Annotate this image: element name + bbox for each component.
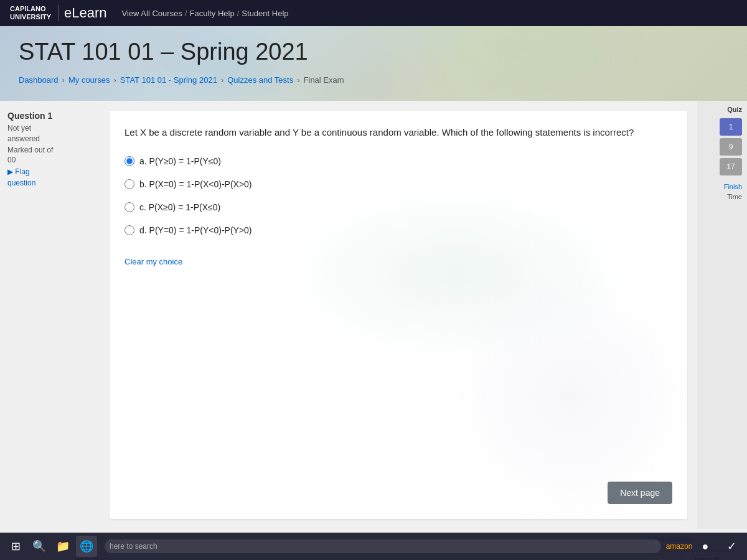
breadcrumb-final-exam: Final Exam [304, 75, 344, 85]
nav-sep-2: / [237, 9, 240, 18]
clear-choice-link[interactable]: Clear my choice [125, 257, 182, 266]
main-container: Question 1 Not yet answered Marked out o… [0, 101, 747, 529]
question-label: Question 1 [7, 111, 92, 121]
radio-option-d[interactable] [125, 225, 134, 235]
answer-label-a: a. P(Y≥0) = 1-P(Y≤0) [139, 155, 221, 168]
question-sidebar: Question 1 Not yet answered Marked out o… [0, 101, 100, 529]
quiz-nav-btn-1[interactable]: 1 [720, 118, 742, 136]
taskbar-file-explorer[interactable]: 📁 [52, 536, 73, 557]
question-status: Not yet answered [7, 123, 92, 144]
quiz-nav-title: Quiz [702, 106, 742, 113]
answer-option-d[interactable]: d. P(Y=0) = 1-P(Y<0)-P(Y>0) [125, 224, 672, 237]
course-header: STAT 101 01 – Spring 2021 Dashboard › My… [0, 26, 747, 101]
taskbar-edge-icon[interactable]: 🌐 [76, 536, 97, 557]
taskbar-amazon-icon[interactable]: amazon [669, 536, 690, 557]
start-button[interactable]: ⊞ [5, 536, 26, 557]
answer-option-c[interactable]: c. P(X≥0) = 1-P(X≤0) [125, 201, 672, 214]
faculty-help-link[interactable]: Faculty Help [189, 9, 234, 18]
question-marked: Marked out of [7, 146, 92, 154]
breadcrumb-sep-3: › [221, 75, 223, 85]
quiz-nav-btn-9[interactable]: 9 [720, 138, 742, 156]
top-nav: CAPILANO UNIVERSITY eLearn View All Cour… [0, 0, 747, 26]
quiz-nav-btn-17[interactable]: 17 [720, 158, 742, 175]
taskbar: ⊞ 🔍 📁 🌐 here to search amazon ● ✓ [0, 533, 747, 560]
nav-sep-1: / [185, 9, 187, 18]
answer-option-a[interactable]: a. P(Y≥0) = 1-P(Y≤0) [125, 155, 672, 168]
breadcrumb-my-courses[interactable]: My courses [68, 75, 110, 85]
university-logo: CAPILANO UNIVERSITY [10, 5, 51, 21]
next-page-button[interactable]: Next page [608, 482, 672, 504]
taskbar-search-box: here to search [105, 539, 661, 553]
question-text: Let X be a discrete random variable and … [125, 126, 672, 140]
question-marked-value: 00 [7, 156, 92, 164]
elearn-brand: eLearn [59, 5, 107, 21]
answer-option-b[interactable]: b. P(X=0) = 1-P(X<0)-P(X>0) [125, 178, 672, 191]
breadcrumb-stat101[interactable]: STAT 101 01 - Spring 2021 [120, 75, 217, 85]
question-area: Let X be a discrete random variable and … [110, 111, 687, 519]
breadcrumb-sep-1: › [62, 75, 65, 85]
breadcrumb-sep-4: › [297, 75, 299, 85]
nav-links: View All Courses / Faculty Help / Studen… [122, 9, 289, 18]
quiz-nav-panel: Quiz 1 9 17 Finish Time [697, 101, 747, 529]
student-help-link[interactable]: Student Help [242, 9, 288, 18]
finish-quiz-link[interactable]: Finish [724, 183, 742, 190]
answer-label-b: b. P(X=0) = 1-P(X<0)-P(X>0) [139, 178, 252, 191]
breadcrumb-quizzes[interactable]: Quizzes and Tests [227, 75, 293, 85]
course-title: STAT 101 01 – Spring 2021 [19, 39, 728, 65]
taskbar-right: amazon ● ✓ [669, 536, 742, 557]
time-label: Time [727, 193, 742, 200]
flag-question-link[interactable]: ▶ Flag question [7, 167, 35, 187]
breadcrumb-sep-2: › [113, 75, 116, 85]
breadcrumb-dashboard[interactable]: Dashboard [19, 75, 59, 85]
answer-label-c: c. P(X≥0) = 1-P(X≤0) [139, 201, 220, 214]
radio-option-c[interactable] [125, 202, 134, 212]
breadcrumb: Dashboard › My courses › STAT 101 01 - S… [19, 75, 728, 85]
taskbar-check-icon[interactable]: ✓ [721, 536, 742, 557]
answer-options: a. P(Y≥0) = 1-P(Y≤0) b. P(X=0) = 1-P(X<0… [125, 155, 672, 237]
radio-option-a[interactable] [125, 156, 134, 166]
search-taskbar-icon[interactable]: 🔍 [29, 536, 50, 557]
view-all-courses-link[interactable]: View All Courses [122, 9, 182, 18]
answer-label-d: d. P(Y=0) = 1-P(Y<0)-P(Y>0) [139, 224, 252, 237]
radio-option-b[interactable] [125, 179, 134, 189]
taskbar-chrome-icon[interactable]: ● [695, 536, 716, 557]
